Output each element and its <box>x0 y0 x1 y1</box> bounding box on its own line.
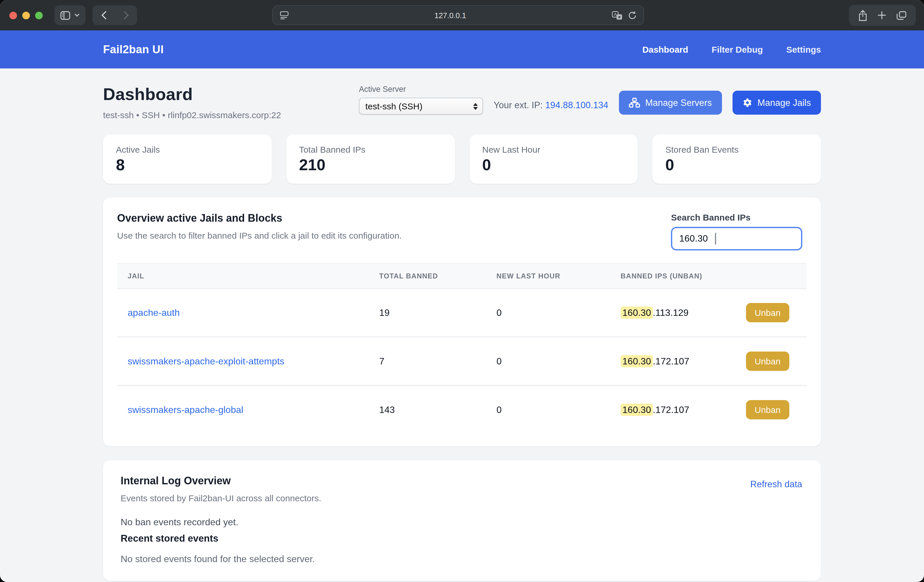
toolbar-right-actions <box>849 5 916 26</box>
manage-jails-button[interactable]: Manage Jails <box>732 90 821 115</box>
sidebar-toggle-button[interactable] <box>54 5 86 25</box>
log-description: Events stored by Fail2ban-UI across all … <box>120 493 804 503</box>
no-ban-events-text: No ban events recorded yet. <box>120 517 804 528</box>
search-input-field[interactable] <box>679 233 714 244</box>
overview-description: Use the search to filter banned IPs and … <box>117 230 402 240</box>
new-last-hour-value: 0 <box>497 307 621 318</box>
stat-label: Total Banned IPs <box>299 145 442 155</box>
ip-rest: .172.107 <box>653 356 690 366</box>
app-brand[interactable]: Fail2ban UI <box>103 43 164 56</box>
close-window-button[interactable] <box>9 12 17 19</box>
stat-new-last-hour: New Last Hour 0 <box>469 135 638 184</box>
header-controls: Active Server test-ssh (SSH) Your ext. I… <box>359 85 821 115</box>
app-navbar: Fail2ban UI Dashboard Filter Debug Setti… <box>0 30 924 68</box>
table-row: swissmakers-apache-global 143 0 160.30.1… <box>117 386 807 433</box>
jail-link[interactable]: apache-auth <box>128 307 180 317</box>
banned-ip: 160.30.172.107 <box>621 404 689 415</box>
overview-card: Overview active Jails and Blocks Use the… <box>103 198 821 446</box>
table-header: JAIL TOTAL BANNED NEW LAST HOUR BANNED I… <box>117 263 807 289</box>
banned-ip: 160.30.113.129 <box>621 307 689 318</box>
banned-ip: 160.30.172.107 <box>621 356 689 367</box>
translate-icon[interactable]: A ★ <box>612 11 622 20</box>
col-banned-ips: BANNED IPS (UNBAN) <box>621 272 807 280</box>
zoom-window-button[interactable] <box>35 12 43 19</box>
new-last-hour-value: 0 <box>497 404 621 415</box>
ip-rest: .113.129 <box>653 307 689 317</box>
total-banned-value: 19 <box>379 307 497 318</box>
ip-match-highlight: 160.30 <box>621 306 653 319</box>
browser-window: 127.0.0.1 A ★ <box>0 0 924 582</box>
active-server-select[interactable]: test-ssh (SSH) <box>359 98 483 115</box>
log-title: Internal Log Overview <box>120 475 804 487</box>
active-server-label: Active Server <box>359 85 483 94</box>
stat-total-banned: Total Banned IPs 210 <box>286 135 455 184</box>
search-label: Search Banned IPs <box>671 212 802 222</box>
manage-jails-label: Manage Jails <box>757 97 811 108</box>
ip-match-highlight: 160.30 <box>621 355 653 367</box>
page-title: Dashboard <box>103 85 281 104</box>
table-row: swissmakers-apache-exploit-attempts 7 0 … <box>117 337 807 386</box>
search-banned-ips-input[interactable] <box>671 227 802 250</box>
select-arrows-icon <box>473 103 478 110</box>
internal-log-card: Refresh data Internal Log Overview Event… <box>103 460 821 581</box>
stat-value: 210 <box>299 156 442 174</box>
stat-value: 0 <box>482 156 625 174</box>
svg-text:A: A <box>614 12 617 16</box>
nav-link-filter-debug[interactable]: Filter Debug <box>712 44 763 54</box>
stat-value: 0 <box>665 156 808 174</box>
no-stored-events-text: No stored events found for the selected … <box>120 554 804 564</box>
manage-servers-button[interactable]: Manage Servers <box>619 90 722 115</box>
page-content: Dashboard test-ssh • SSH • rlinfp02.swis… <box>0 68 924 582</box>
active-server-value: test-ssh (SSH) <box>365 101 422 111</box>
chevron-down-icon <box>74 13 80 17</box>
total-banned-value: 143 <box>379 404 497 415</box>
refresh-data-link[interactable]: Refresh data <box>751 479 802 490</box>
col-new-last-hour: NEW LAST HOUR <box>497 272 621 280</box>
url-text[interactable]: 127.0.0.1 <box>289 11 612 20</box>
stat-cards: Active Jails 8 Total Banned IPs 210 New … <box>103 135 821 184</box>
total-banned-value: 7 <box>379 356 497 367</box>
back-button[interactable] <box>92 5 115 25</box>
overview-title: Overview active Jails and Blocks <box>117 212 402 225</box>
text-caret <box>715 233 716 245</box>
stat-label: Stored Ban Events <box>665 145 808 155</box>
svg-text:★: ★ <box>617 14 621 19</box>
minimize-window-button[interactable] <box>22 12 30 19</box>
nav-link-settings[interactable]: Settings <box>786 44 821 54</box>
ip-rest: .172.107 <box>653 404 690 414</box>
stat-active-jails: Active Jails 8 <box>103 135 272 184</box>
unban-button[interactable]: Unban <box>746 303 789 322</box>
unban-button[interactable]: Unban <box>746 400 789 419</box>
browser-toolbar: 127.0.0.1 A ★ <box>0 0 924 30</box>
recent-stored-events-title: Recent stored events <box>120 533 804 544</box>
address-bar[interactable]: 127.0.0.1 A ★ <box>272 5 644 25</box>
external-ip: Your ext. IP: 194.88.100.134 <box>493 100 608 115</box>
unban-button[interactable]: Unban <box>746 352 789 371</box>
sidebar-icon <box>60 11 70 20</box>
table-row: apache-auth 19 0 160.30.113.129 Unban <box>117 289 807 337</box>
external-ip-label: Your ext. IP: <box>493 100 543 110</box>
addressbar-actions: A ★ <box>612 11 637 20</box>
page-header: Dashboard test-ssh • SSH • rlinfp02.swis… <box>103 85 821 120</box>
stat-value: 8 <box>116 156 259 174</box>
ip-match-highlight: 160.30 <box>621 403 653 416</box>
external-ip-link[interactable]: 194.88.100.134 <box>545 100 608 110</box>
new-tab-icon[interactable] <box>878 11 886 19</box>
forward-button[interactable] <box>115 5 137 25</box>
reload-icon[interactable] <box>628 11 637 20</box>
sitemap-icon <box>629 98 640 108</box>
nav-link-dashboard[interactable]: Dashboard <box>642 44 688 54</box>
share-icon[interactable] <box>858 10 867 21</box>
traffic-lights <box>9 12 43 19</box>
jail-link[interactable]: swissmakers-apache-exploit-attempts <box>128 356 284 366</box>
stat-label: New Last Hour <box>482 145 625 155</box>
manage-servers-label: Manage Servers <box>645 97 712 108</box>
jail-link[interactable]: swissmakers-apache-global <box>128 404 243 414</box>
history-nav-buttons <box>92 5 137 25</box>
nav-links: Dashboard Filter Debug Settings <box>642 44 821 54</box>
tab-overview-icon[interactable] <box>896 11 906 20</box>
col-total-banned: TOTAL BANNED <box>379 272 497 280</box>
screen: 127.0.0.1 A ★ <box>0 0 924 582</box>
page-format-icon[interactable] <box>280 11 289 19</box>
jails-table: JAIL TOTAL BANNED NEW LAST HOUR BANNED I… <box>117 263 807 433</box>
